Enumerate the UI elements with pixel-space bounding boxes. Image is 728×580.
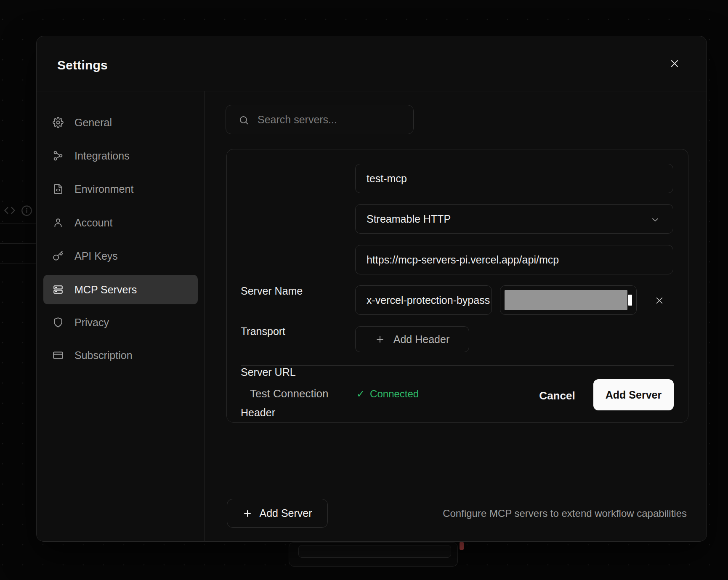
search-input[interactable] (258, 105, 409, 134)
close-icon[interactable] (669, 58, 680, 69)
plus-icon (242, 508, 252, 519)
sidebar-item-integrations[interactable]: Integrations (43, 144, 198, 168)
header-value-input[interactable] (500, 285, 637, 315)
background-card-inner (298, 545, 451, 558)
background-red-marker (460, 542, 464, 550)
search-icon (239, 115, 249, 125)
sidebar-item-label: Integrations (74, 150, 130, 162)
masked-value-bar (505, 290, 627, 310)
remove-header-icon[interactable] (654, 295, 665, 306)
settings-sidebar: General Integrations Environment Account (37, 91, 205, 542)
shield-icon (53, 317, 64, 328)
search-servers-box (226, 105, 414, 134)
transport-label: Transport (241, 325, 285, 338)
server-name-input[interactable]: test-mcp (355, 164, 673, 193)
sidebar-item-label: Environment (74, 183, 133, 195)
sidebar-item-subscription[interactable]: Subscription (43, 343, 198, 367)
connection-status: ✓ Connected (356, 388, 419, 400)
file-code-icon (53, 184, 64, 194)
code-icon (4, 205, 16, 216)
server-form-card: Server Name test-mcp Transport Streamabl… (226, 149, 688, 423)
sidebar-item-environment[interactable]: Environment (43, 177, 198, 201)
sidebar-item-label: Privacy (74, 317, 109, 329)
sidebar-item-mcp-servers[interactable]: MCP Servers (43, 275, 198, 304)
header-key-input[interactable]: x-vercel-protection-bypass (355, 285, 492, 315)
background-panel-divider (0, 243, 36, 244)
gear-icon (53, 117, 64, 128)
server-icon (53, 284, 64, 295)
sidebar-item-privacy[interactable]: Privacy (43, 311, 198, 334)
sidebar-item-account[interactable]: Account (43, 211, 198, 234)
sidebar-item-label: API Keys (74, 250, 118, 262)
sidebar-item-label: Subscription (74, 349, 133, 362)
key-icon (53, 250, 64, 261)
plus-icon (375, 334, 385, 344)
background-panel-divider (0, 263, 36, 263)
add-server-label: Add Server (259, 507, 312, 519)
header-label: Header (241, 407, 275, 419)
server-url-value: https://mcp-servers-pi.vercel.app/api/mc… (367, 254, 559, 266)
transport-value: Streamable HTTP (367, 213, 451, 225)
dialog-title: Settings (57, 58, 108, 72)
add-header-button[interactable]: Add Header (355, 326, 469, 352)
info-icon (21, 205, 32, 216)
test-connection-button[interactable]: Test Connection (250, 387, 328, 400)
background-panel-divider (0, 196, 36, 196)
integrations-icon (53, 150, 64, 161)
sidebar-item-label: MCP Servers (74, 284, 137, 296)
sidebar-item-label: Account (74, 217, 112, 229)
masked-value-clipped-char (628, 295, 632, 306)
add-server-submit-button[interactable]: Add Server (593, 379, 674, 410)
server-name-label: Server Name (241, 285, 303, 297)
mcp-caption: Configure MCP servers to extend workflow… (443, 508, 687, 519)
check-icon: ✓ (356, 388, 365, 400)
chevron-down-icon (650, 215, 660, 225)
form-footer-divider (241, 365, 674, 366)
server-url-label: Server URL (241, 366, 296, 378)
background-card (289, 542, 458, 567)
server-url-input[interactable]: https://mcp-servers-pi.vercel.app/api/mc… (355, 245, 673, 274)
status-text: Connected (370, 388, 419, 400)
header-key-value: x-vercel-protection-bypass (367, 294, 490, 306)
server-name-value: test-mcp (367, 173, 407, 185)
add-header-label: Add Header (393, 333, 449, 346)
add-server-button[interactable]: Add Server (227, 499, 328, 528)
sidebar-item-general[interactable]: General (43, 111, 198, 134)
sidebar-item-api-keys[interactable]: API Keys (43, 244, 198, 268)
settings-dialog: Settings General Integrations Environmen… (36, 36, 707, 542)
user-icon (53, 217, 64, 228)
credit-card-icon (53, 350, 64, 361)
cancel-button[interactable]: Cancel (532, 386, 582, 405)
sidebar-item-label: General (74, 117, 112, 129)
background-panel-divider (0, 223, 36, 223)
transport-select[interactable]: Streamable HTTP (355, 204, 673, 234)
